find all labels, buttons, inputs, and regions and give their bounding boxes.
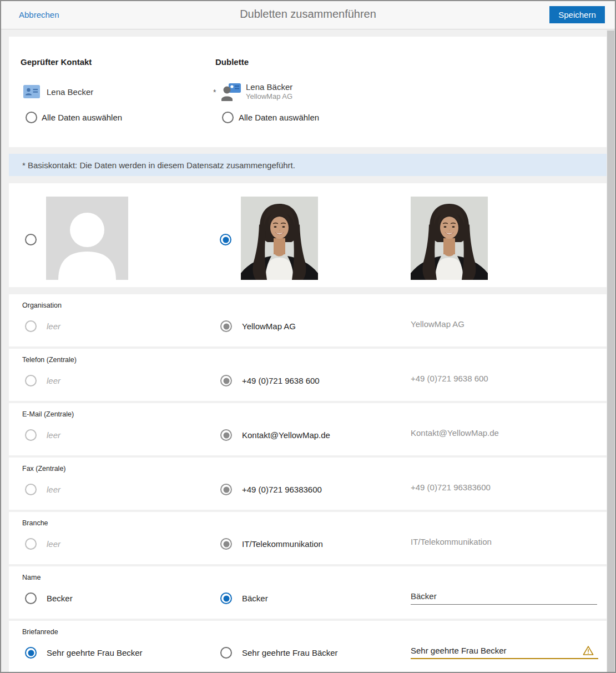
field-label: Name: [22, 574, 41, 581]
placeholder-photo: [46, 197, 128, 280]
photo-left-radio[interactable]: [25, 234, 37, 245]
left-value: leer: [47, 376, 60, 385]
duplicate-contact-name: Lena Bäcker: [246, 82, 292, 92]
result-name-input[interactable]: [411, 591, 597, 605]
field-label: E-Mail (Zentrale): [22, 410, 74, 418]
field-label: Fax (Zentrale): [22, 465, 66, 473]
field-row-telefon: Telefon (Zentrale) leer +49 (0)721 9638 …: [9, 349, 607, 401]
photo-row: [9, 183, 607, 287]
select-all-right-radio[interactable]: [222, 112, 234, 123]
radio-middle[interactable]: [220, 375, 232, 386]
radio-left[interactable]: [25, 320, 37, 332]
merge-duplicates-dialog: Abbrechen Dubletten zusammenführen Speic…: [0, 0, 616, 673]
left-value: leer: [47, 485, 60, 494]
select-all-right-label: Alle Daten auswählen: [239, 113, 319, 122]
warning-icon: [583, 645, 594, 656]
result-salutation-input[interactable]: [411, 646, 598, 659]
radio-left[interactable]: [25, 538, 37, 550]
radio-middle[interactable]: [220, 320, 232, 332]
select-all-left: Alle Daten auswählen: [26, 112, 122, 123]
radio-left[interactable]: [25, 375, 37, 386]
duplicate-contact-photo: [241, 197, 318, 280]
base-contact-info-bar: * Basiskontakt: Die Daten werden in dies…: [9, 154, 607, 176]
verified-contact-name: Lena Becker: [47, 87, 93, 97]
middle-value: +49 (0)721 96383600: [242, 485, 322, 494]
radio-middle[interactable]: [220, 484, 232, 495]
radio-middle[interactable]: [220, 592, 232, 604]
select-all-left-radio[interactable]: [26, 112, 37, 123]
select-all-right: Alle Daten auswählen: [222, 112, 319, 123]
info-bar-text: * Basiskontakt: Die Daten werden in dies…: [22, 160, 295, 170]
radio-middle[interactable]: [220, 647, 232, 659]
duplicate-contact-title: Dublette: [215, 57, 249, 67]
field-label: Telefon (Zentrale): [22, 356, 77, 364]
duplicate-contact-entry: * Lena Bäcker YellowMap AG: [213, 82, 292, 102]
left-value: Sehr geehrte Frau Becker: [47, 648, 143, 657]
scrollbar-thumb[interactable]: [607, 31, 614, 672]
person-with-card-icon: [221, 82, 241, 102]
middle-value: IT/Telekommunikation: [242, 539, 323, 549]
page-title: Dubletten zusammenführen: [0, 8, 616, 21]
field-row-organisation: Organisation leer YellowMap AG YellowMap…: [9, 294, 607, 346]
field-row-briefanrede: Briefanrede Sehr geehrte Frau Becker Seh…: [9, 621, 607, 673]
middle-value: +49 (0)721 9638 600: [242, 376, 320, 385]
duplicate-contact-org: YellowMap AG: [246, 92, 292, 101]
photo-middle-radio[interactable]: [220, 234, 231, 245]
left-value: Becker: [47, 594, 73, 603]
result-value: YellowMap AG: [411, 319, 464, 329]
select-all-left-label: Alle Daten auswählen: [42, 113, 122, 122]
verified-contact-title: Geprüfter Kontakt: [21, 57, 92, 67]
radio-middle[interactable]: [220, 429, 232, 441]
result-value: IT/Telekommunikation: [411, 537, 492, 546]
vertical-scrollbar[interactable]: [607, 29, 615, 673]
top-bar: Abbrechen Dubletten zusammenführen Speic…: [0, 0, 616, 29]
result-value: +49 (0)721 96383600: [411, 483, 491, 492]
left-value: leer: [47, 430, 60, 440]
middle-value: Bäcker: [242, 594, 268, 603]
base-contact-marker: *: [213, 88, 218, 97]
left-value: leer: [47, 322, 60, 331]
field-label: Briefanrede: [22, 628, 58, 636]
radio-left[interactable]: [25, 592, 37, 604]
field-label: Branche: [22, 519, 48, 527]
middle-value: Kontakt@YellowMap.de: [242, 430, 330, 440]
middle-value: YellowMap AG: [242, 322, 296, 331]
radio-left[interactable]: [25, 647, 37, 659]
save-button[interactable]: Speichern: [549, 6, 605, 23]
contact-card-icon: [23, 85, 40, 98]
result-photo: [411, 197, 488, 280]
field-row-name: Name Becker Bäcker: [9, 566, 607, 619]
radio-middle[interactable]: [220, 538, 232, 550]
result-value: Kontakt@YellowMap.de: [411, 428, 499, 438]
field-row-branche: Branche leer IT/Telekommunikation IT/Tel…: [9, 512, 607, 564]
field-label: Organisation: [22, 302, 62, 309]
middle-value: Sehr geehrte Frau Bäcker: [242, 648, 338, 657]
result-value: +49 (0)721 9638 600: [411, 374, 488, 383]
radio-left[interactable]: [25, 484, 37, 495]
field-row-fax: Fax (Zentrale) leer +49 (0)721 96383600 …: [9, 458, 607, 510]
field-row-email: E-Mail (Zentrale) leer Kontakt@YellowMap…: [9, 403, 607, 455]
left-value: leer: [47, 539, 60, 549]
verified-contact-entry: Lena Becker: [23, 83, 93, 100]
radio-left[interactable]: [25, 429, 37, 441]
contacts-header-card: Geprüfter Kontakt Dublette Lena Becker *: [9, 37, 607, 147]
